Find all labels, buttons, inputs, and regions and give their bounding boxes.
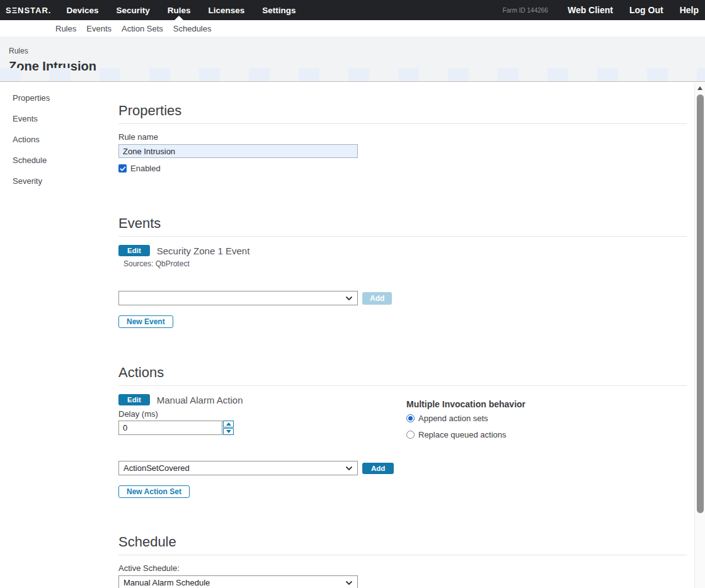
subnav-item-events[interactable]: Events: [81, 24, 117, 33]
events-section: Events Edit Security Zone 1 Event Source…: [118, 215, 687, 328]
subnav-item-rules[interactable]: Rules: [50, 24, 81, 33]
vertical-scrollbar[interactable]: [694, 82, 705, 588]
action-set-select-value: ActionSetCovered: [123, 463, 190, 473]
schedule-heading: Schedule: [118, 534, 687, 555]
delay-input[interactable]: [118, 421, 222, 435]
section-sidebar: Properties Events Actions Schedule Sever…: [13, 93, 50, 197]
actions-section: Actions Edit Manual Alarm Action Delay (…: [118, 365, 687, 498]
enabled-row: Enabled: [118, 164, 687, 173]
add-action-set-button[interactable]: Add: [362, 463, 394, 474]
action-item-row: Edit Manual Alarm Action: [118, 394, 687, 405]
schedule-section: Schedule Active Schedule: Manual Alarm S…: [118, 534, 687, 588]
farm-id-label: Farm ID 144266: [503, 7, 548, 14]
web-client-link[interactable]: Web Client: [559, 5, 621, 15]
menu-item-rules-label: Rules: [168, 6, 191, 15]
top-navigation-bar: SΞNSTAR. Devices Security Rules Licenses…: [0, 0, 705, 20]
active-schedule-label: Active Schedule:: [118, 563, 687, 573]
chevron-down-icon: [345, 466, 353, 471]
active-tab-indicator: [175, 16, 183, 20]
replace-queued-actions-label: Replace queued actions: [418, 430, 507, 439]
event-item-row: Edit Security Zone 1 Event: [118, 245, 687, 256]
breadcrumb[interactable]: Rules: [9, 47, 705, 55]
chevron-down-icon: [345, 580, 353, 585]
topbar-right-group: Farm ID 144266 Web Client Log Out Help: [503, 0, 705, 20]
menu-item-licenses[interactable]: Licenses: [200, 0, 254, 20]
scrollbar-thumb[interactable]: [697, 94, 704, 513]
enabled-checkbox[interactable]: [118, 164, 127, 172]
log-out-link[interactable]: Log Out: [621, 5, 672, 15]
properties-heading: Properties: [118, 103, 687, 124]
rule-name-input[interactable]: [118, 144, 358, 158]
senstar-logo[interactable]: SΞNSTAR.: [0, 6, 57, 15]
delay-field: [118, 421, 687, 435]
replace-queued-actions-radio[interactable]: [406, 431, 415, 439]
action-set-select[interactable]: ActionSetCovered: [118, 461, 358, 475]
menu-item-devices[interactable]: Devices: [57, 0, 107, 20]
menu-item-security[interactable]: Security: [108, 0, 159, 20]
sidebar-item-severity[interactable]: Severity: [13, 176, 50, 186]
delay-label: Delay (ms): [118, 409, 687, 419]
new-action-set-row: New Action Set: [118, 485, 687, 498]
content-area: Properties Events Actions Schedule Sever…: [0, 82, 705, 588]
invocation-behavior-group: Multiple Invocation behavior Append acti…: [406, 399, 525, 439]
invocation-heading: Multiple Invocation behavior: [406, 399, 525, 409]
event-select-row: Add: [118, 291, 687, 305]
event-name: Security Zone 1 Event: [157, 246, 250, 256]
action-set-select-row: ActionSetCovered Add: [118, 461, 687, 475]
help-link[interactable]: Help: [672, 5, 705, 15]
actions-body: Edit Manual Alarm Action Delay (ms): [118, 394, 687, 498]
sidebar-item-schedule[interactable]: Schedule: [13, 155, 50, 165]
edit-action-button[interactable]: Edit: [118, 394, 150, 405]
properties-section: Properties Rule name Enabled: [118, 103, 687, 173]
active-schedule-select[interactable]: Manual Alarm Schedule: [118, 575, 358, 588]
radio-row-append: Append action sets: [406, 414, 525, 423]
spinner-up-button[interactable]: [223, 421, 234, 427]
sidebar-item-events[interactable]: Events: [13, 114, 50, 123]
subnav-item-schedules[interactable]: Schedules: [168, 24, 217, 33]
scrollbar-up-button[interactable]: [695, 82, 705, 93]
new-action-set-button[interactable]: New Action Set: [118, 485, 190, 498]
sidebar-item-properties[interactable]: Properties: [13, 93, 50, 103]
append-action-sets-label: Append action sets: [418, 414, 488, 423]
events-heading: Events: [118, 215, 687, 237]
rules-sub-navigation: Rules Events Action Sets Schedules: [0, 20, 705, 37]
edit-event-button[interactable]: Edit: [118, 245, 150, 256]
rule-name-label: Rule name: [118, 132, 687, 142]
spinner-down-button[interactable]: [223, 428, 234, 435]
main-column: Properties Rule name Enabled Events Edit…: [118, 82, 687, 588]
page-title: Zone Intrusion: [9, 59, 705, 74]
new-event-row: New Event: [118, 315, 687, 328]
scroll-up-icon: [697, 86, 702, 90]
active-schedule-select-value: Manual Alarm Schedule: [123, 578, 210, 587]
actions-heading: Actions: [118, 365, 687, 386]
event-select[interactable]: [118, 291, 358, 305]
enabled-label: Enabled: [130, 164, 161, 173]
sidebar-item-actions[interactable]: Actions: [13, 135, 50, 144]
event-sources: Sources: QbProtect: [123, 259, 687, 268]
radio-row-replace: Replace queued actions: [406, 430, 525, 439]
arrow-down-icon: [226, 430, 231, 433]
new-event-button[interactable]: New Event: [118, 315, 173, 328]
menu-item-settings[interactable]: Settings: [253, 0, 304, 20]
subnav-item-action-sets[interactable]: Action Sets: [117, 24, 168, 33]
main-menu: Devices Security Rules Licenses Settings: [57, 0, 304, 20]
delay-spinner: [223, 421, 234, 435]
action-name: Manual Alarm Action: [157, 395, 243, 405]
page-header: Rules Zone Intrusion: [0, 37, 705, 82]
append-action-sets-radio[interactable]: [406, 414, 415, 422]
arrow-up-icon: [226, 422, 231, 426]
add-event-button: Add: [362, 292, 392, 305]
chevron-down-icon: [345, 296, 353, 301]
checkmark-icon: [120, 166, 126, 171]
menu-item-rules[interactable]: Rules: [159, 0, 200, 20]
